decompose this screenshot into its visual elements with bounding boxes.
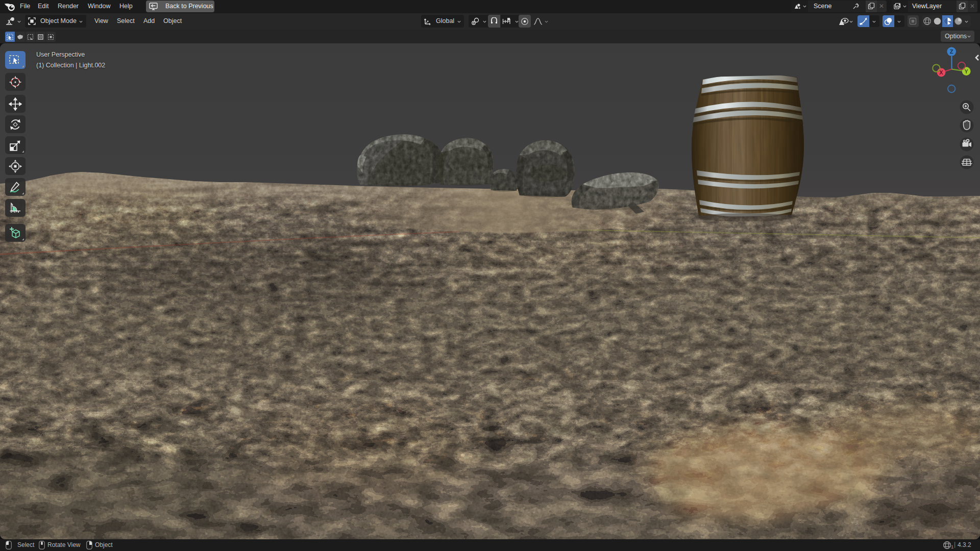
svg-text:X: X bbox=[939, 69, 943, 76]
svg-text:Y: Y bbox=[965, 68, 969, 74]
svg-text:Z: Z bbox=[950, 48, 953, 55]
